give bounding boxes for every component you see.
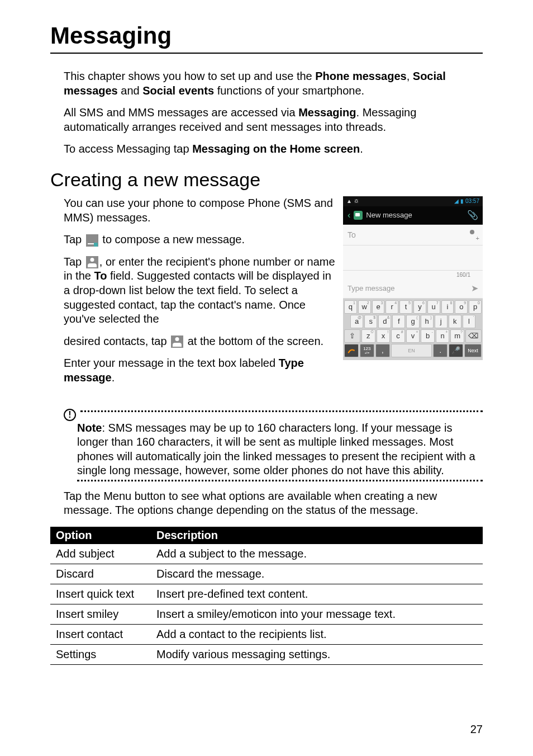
note-text: Note: SMS messages may be up to 160 char…: [77, 421, 483, 478]
add-contact-button[interactable]: [468, 230, 478, 240]
table-cell-description: Discard the message.: [151, 564, 483, 584]
table-cell-option: Insert smiley: [50, 604, 151, 625]
key-sup: ©: [370, 330, 373, 334]
bold-messaging: Messaging: [298, 106, 356, 119]
shift-key[interactable]: ⇧: [344, 329, 360, 343]
sec1-p5: Enter your message in the text box label…: [64, 356, 336, 385]
key-z[interactable]: z©: [361, 329, 375, 343]
key-o[interactable]: o9: [455, 300, 468, 314]
key-a[interactable]: a@: [350, 315, 363, 328]
table-row: Insert quick textInsert pre-defined text…: [50, 584, 483, 604]
key-h[interactable]: h): [421, 315, 434, 328]
bold-to: To: [94, 270, 107, 282]
intro-p1-b: functions of your smartphone.: [214, 84, 364, 97]
after-note-p: Tap the Menu button to see what options …: [64, 489, 483, 518]
sec1-p4-b: at the bottom of the screen.: [184, 335, 323, 347]
compose-message-icon: [86, 234, 98, 247]
keyboard-row-2: a@s$d&fg(h)jkl': [344, 315, 482, 328]
key-sup: ': [473, 315, 474, 319]
key-sup: -: [431, 330, 432, 334]
key-j[interactable]: j: [435, 315, 448, 328]
table-cell-description: Add a contact to the recipients list.: [151, 625, 483, 645]
messaging-app-icon: [354, 211, 363, 220]
key-l[interactable]: l': [463, 315, 475, 328]
key-r[interactable]: r4: [386, 300, 398, 314]
comma-key[interactable]: ,: [375, 344, 390, 357]
backspace-key[interactable]: ⌫: [465, 329, 482, 343]
add-contact-icon-2: [171, 336, 183, 348]
table-row: Add subjectAdd a subject to the message.: [50, 544, 483, 564]
sec1-p5-a: Enter your message in the text box label…: [64, 357, 279, 369]
key-u[interactable]: u7: [427, 300, 440, 314]
th-option: Option: [50, 527, 151, 544]
intro-p1: This chapter shows you how to set up and…: [64, 69, 483, 98]
screen-header: ‹ New message 📎: [343, 206, 483, 225]
next-key[interactable]: Next: [464, 344, 482, 357]
key-sup: 4: [394, 301, 397, 305]
key-k[interactable]: k: [449, 315, 461, 328]
key-sup: 6: [422, 301, 425, 305]
sec1-p2-a: Tap: [64, 233, 85, 245]
note-block: ! Note: SMS messages may be up to 160 ch…: [64, 409, 483, 481]
page-title: Messaging: [50, 22, 483, 49]
swype-key[interactable]: [344, 344, 359, 357]
send-icon[interactable]: ➤: [471, 283, 478, 294]
message-blank-area: [343, 245, 483, 271]
table-cell-option: Insert quick text: [50, 584, 151, 604]
mic-key[interactable]: 🎤: [449, 344, 463, 357]
table-cell-option: Insert contact: [50, 625, 151, 645]
table-row: DiscardDiscard the message.: [50, 564, 483, 584]
section-heading-creating: Creating a new message: [50, 169, 483, 191]
key-b[interactable]: b-: [421, 329, 435, 343]
key-sup: 3: [380, 301, 383, 305]
key-m[interactable]: m?: [450, 329, 464, 343]
to-field[interactable]: To: [348, 230, 468, 239]
period-key[interactable]: .: [433, 344, 448, 357]
key-s[interactable]: s$: [364, 315, 377, 328]
back-arrow-icon[interactable]: ‹: [348, 210, 350, 220]
key-q[interactable]: q1: [344, 300, 357, 314]
intro-p3: To access Messaging tap Messaging on the…: [64, 142, 483, 157]
status-bar: ▲ ⛭ ◢ ▮ 03:57: [343, 196, 483, 206]
key-n[interactable]: n+: [436, 329, 450, 343]
numeric-key-main: 123: [363, 347, 370, 351]
intro-p1-a: This chapter shows you how to set up and…: [64, 70, 315, 82]
key-sup: $: [373, 315, 375, 319]
key-x[interactable]: x!: [377, 329, 391, 343]
sec1-p5-b: .: [112, 371, 115, 384]
numeric-key[interactable]: 123 +!=: [360, 344, 374, 357]
key-g[interactable]: g(: [406, 315, 419, 328]
table-row: SettingsModify various messaging setting…: [50, 645, 483, 665]
keyboard: q1w2e3r4t5y6u7i8o9p0 a@s$d&fg(h)jkl' ⇧ z…: [343, 299, 483, 360]
table-cell-description: Modify various messaging settings.: [151, 645, 483, 665]
numeric-key-sub: +!=: [365, 351, 370, 355]
screen-header-title: New message: [366, 211, 464, 219]
key-v[interactable]: v+: [406, 329, 420, 343]
key-i[interactable]: i8: [441, 300, 454, 314]
space-key[interactable]: EN: [391, 344, 432, 357]
key-f[interactable]: f: [392, 315, 405, 328]
type-message-field[interactable]: Type message: [348, 284, 471, 292]
table-cell-option: Discard: [50, 564, 151, 584]
table-cell-option: Settings: [50, 645, 151, 665]
bold-messaging-home: Messaging on the Home screen: [192, 143, 360, 155]
intro-and: and: [118, 84, 142, 97]
key-w[interactable]: w2: [358, 300, 371, 314]
bold-social-events: Social events: [142, 84, 214, 97]
sec1-p3: Tap , or enter the recipient's phone num…: [64, 255, 336, 327]
key-y[interactable]: y6: [413, 300, 426, 314]
key-d[interactable]: d&: [378, 315, 391, 328]
add-contact-icon: [86, 256, 98, 268]
key-sup: (: [416, 315, 417, 319]
attach-icon[interactable]: 📎: [467, 210, 478, 220]
key-e[interactable]: e3: [372, 300, 385, 314]
key-p[interactable]: p0: [469, 300, 482, 314]
page-number: 27: [470, 723, 483, 736]
intro-p3-a: To access Messaging tap: [64, 143, 192, 155]
intro-p3-b: .: [360, 143, 363, 155]
key-t[interactable]: t5: [399, 300, 412, 314]
th-description: Description: [151, 527, 483, 544]
sec1-p4: desired contacts, tap at the bottom of t…: [64, 334, 336, 349]
key-c[interactable]: c#: [391, 329, 405, 343]
key-sup: #: [401, 330, 403, 334]
